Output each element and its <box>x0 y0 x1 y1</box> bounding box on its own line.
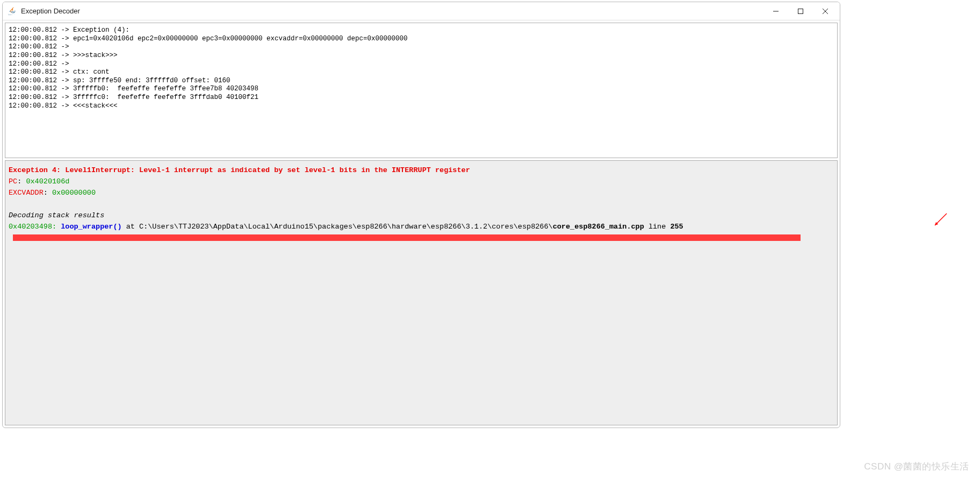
maximize-button[interactable] <box>788 3 813 20</box>
minimize-button[interactable] <box>763 3 788 20</box>
highlight-bar <box>13 234 801 241</box>
stack-function: loop_wrapper() <box>61 223 121 231</box>
excvaddr-value: 0x00000000 <box>52 189 96 197</box>
arrow-annotation-icon <box>932 212 948 229</box>
exception-decoder-window: Exception Decoder 12:00:00.812 -> Except… <box>2 2 840 428</box>
pc-value: 0x4020106d <box>26 177 69 186</box>
stack-line-number: 255 <box>670 223 683 231</box>
decoded-output[interactable]: Exception 4: Level1Interrupt: Level-1 in… <box>5 160 838 425</box>
watermark: CSDN @菌菌的快乐生活 <box>864 460 969 473</box>
svg-rect-1 <box>798 9 803 13</box>
stack-address: 0x40203498: <box>9 223 61 231</box>
java-icon <box>8 7 17 16</box>
stack-file: core_esp8266_main.cpp <box>553 223 644 231</box>
svg-marker-5 <box>935 222 938 225</box>
stack-trace-input[interactable]: 12:00:00.812 -> Exception (4): 12:00:00.… <box>5 23 838 158</box>
close-button[interactable] <box>813 3 838 20</box>
stack-results-header: Decoding stack results <box>9 211 104 219</box>
exception-summary: Exception 4: Level1Interrupt: Level-1 in… <box>9 166 470 174</box>
pc-label: PC <box>9 177 17 186</box>
content-area: 12:00:00.812 -> Exception (4): 12:00:00.… <box>3 20 840 428</box>
window-controls <box>763 2 838 20</box>
svg-line-4 <box>935 213 947 225</box>
excvaddr-label: EXCVADDR <box>9 189 44 197</box>
window-title: Exception Decoder <box>21 7 763 15</box>
titlebar: Exception Decoder <box>3 2 840 20</box>
